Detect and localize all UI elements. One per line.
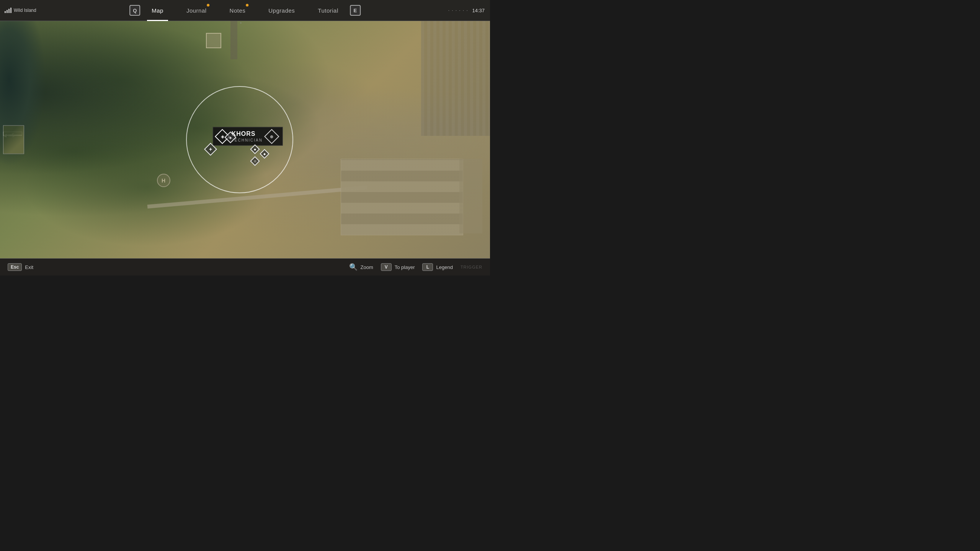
tab-notes[interactable]: Notes [218,0,257,21]
notes-dot [246,4,248,7]
to-player-label: To player [395,264,415,270]
tab-tutorial[interactable]: Tutorial [306,0,350,21]
v-key: V [381,263,392,271]
zoom-icon: 🔍 [349,263,358,271]
location-tooltip: ◈ KHORS TECHNICIAN ⊕ [213,127,283,146]
map-icon-plus[interactable]: + [206,145,215,154]
legend-action[interactable]: L Legend [422,263,452,271]
map-road-vertical [230,21,237,59]
esc-key: Esc [8,263,22,271]
watermark: TRIGGER [461,265,482,269]
location-label: Wild Island [14,8,36,13]
bottom-right-actions: 🔍 Zoom V To player L Legend TRIGGER [349,263,483,271]
khors-info: KHORS TECHNICIAN [232,130,263,142]
clock-display: 14:37 [472,8,485,13]
top-left-info: Wild Island [0,8,36,13]
top-right-info: · · · · · · 14:37 [448,8,490,13]
l-key: L [422,263,433,271]
exit-action[interactable]: Esc Exit [8,263,33,271]
map-warehouse [341,159,463,235]
map-icon-diamond-1[interactable]: ◈ [226,133,235,142]
map-icon-diamond-2[interactable]: ◆ [252,146,258,153]
map-icon-diamond-4[interactable]: ⊙ [252,158,258,165]
khors-name: KHORS [232,130,263,137]
tab-map[interactable]: Map [140,0,175,21]
tab-journal[interactable]: Journal [175,0,218,21]
to-player-action[interactable]: V To player [381,263,415,271]
legend-label: Legend [436,264,452,270]
khors-extra-icon: ⊕ [264,129,279,144]
map-buildings-top-right [421,21,490,136]
key-e-button[interactable]: E [350,5,361,16]
top-bar: Wild Island Q Map Journal Notes Upgrades… [0,0,490,21]
map-background: H ◈ KHORS TECHNICIAN ⊕ ◈ + [0,21,490,258]
exit-label: Exit [25,264,33,270]
zoom-action[interactable]: 🔍 Zoom [349,263,373,271]
nav-tabs: Q Map Journal Notes Upgrades Tutorial E [129,0,361,21]
map-structure-marker-top [206,33,221,48]
bottom-bar: Esc Exit 🔍 Zoom V To player L Legend TRI… [0,258,490,276]
khors-subtitle: TECHNICIAN [232,138,263,142]
mini-map [3,126,24,154]
zoom-action-label: Zoom [361,264,373,270]
dots-icon: · · · · · · [448,8,469,13]
map-helipad: H [157,174,170,187]
map-warehouse-section2 [459,159,482,233]
signal-icon [5,8,11,13]
map-container[interactable]: H ◈ KHORS TECHNICIAN ⊕ ◈ + [0,21,490,258]
journal-dot [207,4,210,7]
map-icon-diamond-3[interactable]: ◆ [261,150,268,157]
tab-upgrades[interactable]: Upgrades [257,0,306,21]
key-q-button[interactable]: Q [129,5,140,16]
